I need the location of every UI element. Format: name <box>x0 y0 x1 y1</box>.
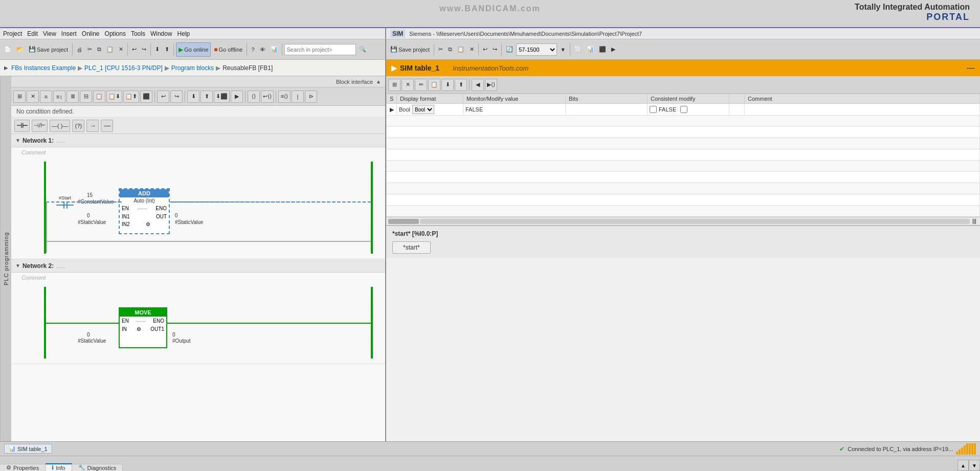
plc-select-btn[interactable]: ▼ <box>558 42 568 57</box>
block-interface-expand[interactable]: ▲ <box>376 79 381 84</box>
sim-tb-8[interactable]: ▶⟨⟩ <box>485 79 497 91</box>
consistent-check-2[interactable] <box>680 106 687 113</box>
monitor2[interactable]: 📊 <box>269 42 280 57</box>
open-button[interactable]: 📂 <box>14 42 26 57</box>
plc-tb-19[interactable]: ≡⟨⟩ <box>278 91 291 103</box>
copy-button[interactable]: ⧉ <box>95 42 103 57</box>
tab-diagnostics[interactable]: 🔧 Diagnostics <box>72 464 123 471</box>
sim-table-tab[interactable]: 📊 SIM table_1 <box>4 444 52 454</box>
sim-tb-2[interactable]: ✕ <box>402 79 414 91</box>
sim-close[interactable]: — <box>967 63 975 73</box>
format-select[interactable]: Bool Int Hex <box>412 105 434 114</box>
sim-expand-arrow[interactable]: ▶ <box>391 64 397 72</box>
go-online-button[interactable]: ▶ Go online <box>176 42 211 57</box>
plc-tb-2[interactable]: ✕ <box>27 91 39 103</box>
plc-tb-17[interactable]: ⟨⟩ <box>248 91 260 103</box>
right-save-button[interactable]: 💾 Save project <box>388 42 432 57</box>
network-2-title: Network 2: <box>23 262 54 270</box>
sim-scrollbar[interactable]: ||| <box>386 217 980 226</box>
sim-btn4[interactable]: ▶ <box>609 42 617 57</box>
connected-text: Connected to PLC_1, via address IP=19... <box>848 446 953 452</box>
tab-properties[interactable]: ⚙ Properties <box>0 464 46 471</box>
plc-tb-11[interactable]: ↩ <box>157 91 169 103</box>
paste-button[interactable]: 📋 <box>104 42 116 57</box>
plc-tb-9[interactable]: 📋⬆ <box>123 91 139 103</box>
undo-button[interactable]: ↩ <box>130 42 139 57</box>
monitor1[interactable]: 👁 <box>258 42 268 57</box>
info-icon: ℹ <box>52 464 54 471</box>
lad-arrow[interactable]: → <box>86 120 99 132</box>
sim-tb-7[interactable]: ◀ <box>472 79 484 91</box>
plc-tb-16[interactable]: ▶ <box>231 91 243 103</box>
breadcrumb-item-0[interactable]: FBs Instances Example <box>11 64 76 72</box>
sim-btn1[interactable]: ⬜ <box>572 42 584 57</box>
sim-tb-5[interactable]: ⬇ <box>441 79 454 91</box>
lad-ncontact[interactable]: ⊣/⊢ <box>32 120 48 132</box>
sim-tb-6[interactable]: ⬆ <box>455 79 467 91</box>
go-offline-button[interactable]: ■ Go offline <box>212 42 244 57</box>
plc-tb-13[interactable]: ⬇ <box>187 91 199 103</box>
network-2-collapse[interactable]: ▼ <box>15 263 20 268</box>
table-row <box>387 206 980 217</box>
delete-button[interactable]: ✕ <box>117 42 125 57</box>
help-button[interactable]: ? <box>249 42 256 57</box>
right-paste[interactable]: 📋 <box>455 42 466 57</box>
menu-options[interactable]: Options <box>105 30 126 37</box>
plc-tb-18[interactable]: ↩⟨⟩ <box>261 91 274 103</box>
network-1-collapse[interactable]: ▼ <box>15 138 20 143</box>
download-button[interactable]: ⬇ <box>153 42 162 57</box>
plc-tb-5[interactable]: ≣ <box>66 91 79 103</box>
menu-edit[interactable]: Edit <box>27 30 38 37</box>
plc-selector[interactable]: 57-1500 <box>516 43 557 56</box>
menu-view[interactable]: View <box>43 30 56 37</box>
plc-tb-1[interactable]: ⊞ <box>13 91 26 103</box>
redo-button[interactable]: ↪ <box>140 42 148 57</box>
lad-unknown[interactable]: (?) <box>72 120 84 132</box>
plc-tb-15[interactable]: ⬇⬛ <box>214 91 230 103</box>
resize-btn-1[interactable]: ▲ <box>957 460 969 471</box>
plc-tb-21[interactable]: ⊳ <box>305 91 317 103</box>
plc-tb-8[interactable]: 📋⬇ <box>106 91 122 103</box>
lad-coil[interactable]: —( )— <box>50 120 70 132</box>
breadcrumb-item-1[interactable]: PLC_1 [CPU 1516-3 PN/DP] <box>84 64 163 72</box>
sim-tb-4[interactable]: 📋 <box>428 79 440 91</box>
breadcrumb-item-2[interactable]: Program blocks <box>171 64 214 72</box>
sim-btn3[interactable]: ⬛ <box>597 42 608 57</box>
cut-button[interactable]: ✂ <box>85 42 94 57</box>
lad-contact[interactable]: ⊣⊢ <box>14 120 30 132</box>
plc-tb-12[interactable]: ↪ <box>170 91 183 103</box>
lad-hline[interactable]: — <box>101 120 113 132</box>
right-copy[interactable]: ⧉ <box>446 42 454 57</box>
sim-tb-1[interactable]: ⊞ <box>388 79 400 91</box>
menu-insert[interactable]: Insert <box>61 30 77 37</box>
consistent-check-1[interactable] <box>650 106 657 113</box>
plc-tb-7[interactable]: 📋 <box>93 91 105 103</box>
upload-button[interactable]: ⬆ <box>163 42 171 57</box>
menu-tools[interactable]: Tools <box>131 30 145 37</box>
plc-tb-6[interactable]: ⊟ <box>80 91 92 103</box>
menu-help[interactable]: Help <box>177 30 190 37</box>
print-button[interactable]: 🖨 <box>75 42 84 57</box>
right-cut[interactable]: ✂ <box>436 42 445 57</box>
new-button[interactable]: 📄 <box>2 42 13 57</box>
start-button[interactable]: *start* <box>392 241 431 254</box>
right-undo[interactable]: ↩ <box>481 42 489 57</box>
plc-tb-10[interactable]: ⬛ <box>140 91 152 103</box>
search-button[interactable]: 🔍 <box>357 42 368 57</box>
save-button[interactable]: 💾 Save project <box>27 42 70 57</box>
plc-tb-20[interactable]: | <box>292 91 304 103</box>
menu-window[interactable]: Window <box>150 30 172 37</box>
sim-tb-3[interactable]: ✏ <box>415 79 427 91</box>
menu-online[interactable]: Online <box>82 30 100 37</box>
right-close[interactable]: ✕ <box>467 42 476 57</box>
resize-btn-2[interactable]: ▼ <box>969 460 980 471</box>
right-run[interactable]: 🔄 <box>504 42 515 57</box>
plc-tb-3[interactable]: ≡ <box>40 91 52 103</box>
right-redo[interactable]: ↪ <box>491 42 499 57</box>
sim-btn2[interactable]: 📊 <box>585 42 596 57</box>
menu-project[interactable]: Project <box>3 30 22 37</box>
plc-tb-4[interactable]: ≡↕ <box>53 91 65 103</box>
tab-info[interactable]: ℹ Info <box>46 463 72 471</box>
plc-tb-14[interactable]: ⬆ <box>201 91 213 103</box>
search-input[interactable] <box>284 44 356 55</box>
